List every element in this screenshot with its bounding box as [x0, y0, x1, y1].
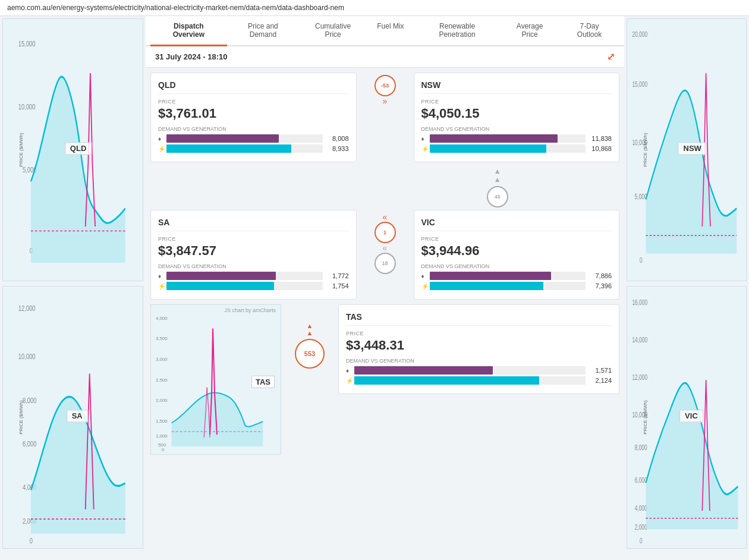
vic-price-label: PRICE — [421, 236, 612, 242]
vic-gen-icon: ⚡ — [421, 283, 427, 290]
svg-text:0: 0 — [640, 256, 643, 264]
tas-price-label: PRICE — [346, 331, 612, 336]
gen-icon: ⚡ — [158, 146, 164, 152]
sa-left-chart: PRICE ($/MWh) 12,000 10,000 8,000 6,000 … — [2, 286, 143, 549]
tas-chart: JS chart by amCharts 4,000 3,500 3,000 2… — [150, 304, 281, 455]
nsw-price: $4,050.15 — [421, 106, 612, 121]
qld-label: QLD — [65, 142, 92, 155]
svg-text:1,500: 1,500 — [156, 419, 168, 424]
tas-gen-bar: ⚡ 2,124 — [346, 376, 612, 385]
nsw-demand-bar: ♦ 11,838 — [421, 134, 612, 143]
vic-gen-value: 7,396 — [588, 282, 612, 290]
tab-price[interactable]: Price and Demand — [227, 16, 300, 46]
qld-gen-value: 8,933 — [325, 145, 349, 152]
svg-text:12,000: 12,000 — [18, 304, 36, 312]
nsw-demand-icon: ♦ — [421, 136, 427, 142]
vic-demand-bar: ♦ 7,886 — [421, 272, 612, 280]
flow-up-arrows: ▲▲ — [307, 322, 313, 336]
sa-gen-fill — [166, 282, 274, 290]
tab-renewable[interactable]: Renewable Penetration — [414, 16, 500, 46]
tas-demand-icon: ♦ — [346, 367, 352, 374]
flow-up-sa-nsw: ▲▲ — [494, 167, 501, 184]
svg-text:8,000: 8,000 — [635, 443, 647, 451]
vic-demand-fill — [430, 272, 552, 280]
bottom-regions-row: SA PRICE $3,847.57 DEMAND VS GENERATION … — [150, 210, 619, 300]
vic-demand-icon: ♦ — [421, 273, 427, 279]
datetime-label: 31 July 2024 - 18:10 — [155, 52, 227, 61]
sa-price: $3,847.57 — [158, 243, 349, 259]
svg-text:0: 0 — [162, 447, 165, 452]
nsw-price-label: PRICE — [421, 99, 612, 105]
date-bar: 31 July 2024 - 18:10 ⤢ — [146, 46, 624, 68]
tab-average[interactable]: Average Price — [500, 16, 559, 46]
connector-sa-vic: « 1 « 18 — [361, 210, 409, 276]
qld-gen-fill — [166, 144, 291, 153]
flow-arrows-qld-nsw: » — [383, 96, 388, 106]
qld-price-label: PRICE — [158, 99, 349, 105]
tas-demand-fill — [354, 366, 493, 375]
tas-chart-label: TAS — [251, 376, 275, 388]
svg-text:10,000: 10,000 — [18, 353, 36, 361]
nsw-demand-value: 11,838 — [588, 135, 612, 142]
vic-gen-bar: ⚡ 7,396 — [421, 282, 612, 290]
svg-text:0: 0 — [640, 536, 643, 545]
demand-icon: ♦ — [158, 136, 164, 142]
sa-card: SA PRICE $3,847.57 DEMAND VS GENERATION … — [150, 210, 357, 300]
tab-cumulative[interactable]: Cumulative Price — [299, 16, 367, 46]
tas-demand-bar: ♦ 1,571 — [346, 366, 612, 375]
nsw-gen-bar: ⚡ 10,868 — [421, 144, 612, 153]
nsw-y-axis: PRICE ($/MWh) — [643, 133, 648, 166]
expand-icon[interactable]: ⤢ — [607, 51, 615, 62]
svg-text:15,000: 15,000 — [632, 80, 647, 88]
vic-right-label: VIC — [679, 410, 703, 422]
sa-y-axis: PRICE ($/MWh) — [18, 400, 24, 434]
vic-demand-value: 7,886 — [588, 272, 612, 279]
svg-text:3,500: 3,500 — [156, 336, 168, 341]
qld-demand-label: DEMAND VS GENERATION — [158, 126, 349, 132]
svg-text:2,000: 2,000 — [635, 523, 647, 531]
dashboard-grid: QLD PRICE $3,761.01 DEMAND VS GENERATION… — [146, 68, 624, 551]
nsw-card: NSW PRICE $4,050.15 DEMAND VS GENERATION… — [414, 73, 620, 162]
svg-text:1,000: 1,000 — [156, 433, 168, 439]
center-panel: Dispatch Overview Price and Demand Cumul… — [146, 16, 624, 551]
tas-demand-label: DEMAND VS GENERATION — [346, 358, 612, 364]
nsw-demand-fill — [430, 134, 558, 143]
svg-text:15,000: 15,000 — [18, 39, 36, 47]
svg-text:6,000: 6,000 — [635, 476, 647, 484]
vic-title: VIC — [421, 218, 612, 231]
right-charts-panel: PRICE ($/MWh) 20,000 15,000 10,000 5,000… — [624, 16, 749, 551]
sa-label: SA — [67, 410, 88, 422]
svg-text:20,000: 20,000 — [632, 31, 647, 39]
flow-arrows-left: « — [383, 212, 388, 222]
tab-dispatch[interactable]: Dispatch Overview — [150, 16, 227, 46]
tab-outlook[interactable]: 7-Day Outlook — [559, 16, 619, 46]
sa-demand-value: 1,772 — [325, 272, 349, 279]
svg-text:3,000: 3,000 — [156, 357, 168, 362]
svg-text:0: 0 — [30, 536, 33, 545]
nsw-demand-label: DEMAND VS GENERATION — [421, 126, 612, 132]
svg-text:6,000: 6,000 — [23, 439, 37, 448]
sa-demand-label: DEMAND VS GENERATION — [158, 263, 349, 269]
svg-text:8,000: 8,000 — [23, 396, 37, 404]
tas-gen-icon: ⚡ — [346, 377, 352, 384]
svg-text:14,000: 14,000 — [632, 336, 647, 344]
sa-demand-fill — [166, 272, 276, 280]
tas-area: JS chart by amCharts 4,000 3,500 3,000 2… — [150, 304, 619, 455]
qld-left-chart: PRICE ($/MWh) 15,000 10,000 5,000 0 QLD — [2, 18, 143, 281]
qld-gen-bar: ⚡ 8,933 — [158, 144, 349, 153]
flow-badge-sa-nsw: 45 — [487, 186, 508, 207]
tab-fuel[interactable]: Fuel Mix — [367, 16, 414, 46]
qld-demand-fill — [166, 134, 279, 143]
qld-demand-bar: ♦ 8,008 — [158, 134, 349, 143]
vic-card: VIC PRICE $3,944.96 DEMAND VS GENERATION… — [414, 210, 620, 300]
svg-text:2,500: 2,500 — [156, 377, 168, 383]
tas-gen-value: 2,124 — [588, 377, 612, 384]
qld-card: QLD PRICE $3,761.01 DEMAND VS GENERATION… — [150, 73, 357, 162]
sa-price-label: PRICE — [158, 236, 349, 242]
flow-badge-vic-tas-large: 553 — [295, 339, 325, 369]
flow-arrows-vic-tas: « — [383, 243, 388, 253]
vic-price: $3,944.96 — [421, 243, 612, 259]
tas-price: $3,448.31 — [346, 338, 612, 353]
nsw-right-label: NSW — [678, 142, 706, 155]
svg-text:16,000: 16,000 — [632, 298, 647, 307]
